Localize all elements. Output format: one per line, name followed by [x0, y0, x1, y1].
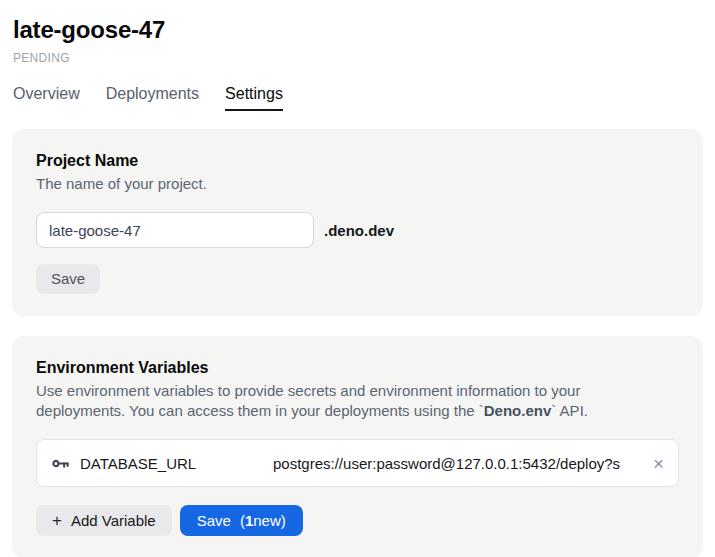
add-variable-label: Add Variable — [71, 512, 156, 530]
env-variable-value: postgres://user:password@127.0.0.1:5432/… — [273, 455, 645, 472]
tab-bar: Overview Deployments Settings — [12, 84, 703, 111]
env-vars-description: Use environment variables to provide sec… — [36, 381, 636, 421]
env-variable-key: DATABASE_URL — [80, 455, 196, 472]
project-name-save-button[interactable]: Save — [36, 264, 100, 294]
page-title: late-goose-47 — [12, 16, 703, 44]
env-save-count: 1 — [245, 512, 253, 530]
env-vars-actions: + Add Variable Save(1 new) — [36, 505, 679, 536]
env-save-count-suffix: new) — [253, 512, 286, 530]
add-variable-button[interactable]: + Add Variable — [36, 505, 172, 536]
project-name-card: Project Name The name of your project. .… — [12, 129, 703, 316]
project-name-description: The name of your project. — [36, 174, 636, 194]
env-variable-row: DATABASE_URL postgres://user:password@12… — [36, 439, 679, 487]
env-vars-description-tail: ` API. — [551, 402, 588, 419]
project-name-input[interactable] — [36, 212, 314, 248]
env-save-label: Save — [197, 512, 231, 530]
status-badge: PENDING — [12, 51, 703, 65]
plus-icon: + — [52, 512, 62, 530]
project-name-title: Project Name — [36, 151, 679, 170]
env-vars-description-code: Deno.env — [484, 402, 552, 419]
key-icon — [51, 454, 70, 473]
domain-suffix: .deno.dev — [324, 222, 394, 239]
tab-overview[interactable]: Overview — [13, 84, 80, 111]
env-variable-key-wrap: DATABASE_URL — [51, 454, 273, 473]
tab-settings[interactable]: Settings — [225, 84, 283, 111]
env-vars-save-button[interactable]: Save(1 new) — [180, 505, 303, 536]
env-vars-title: Environment Variables — [36, 358, 679, 377]
project-name-input-row: .deno.dev — [36, 212, 679, 248]
env-vars-card: Environment Variables Use environment va… — [12, 336, 703, 557]
tab-deployments[interactable]: Deployments — [106, 84, 199, 111]
remove-variable-button close-icon[interactable]: × — [651, 454, 666, 473]
